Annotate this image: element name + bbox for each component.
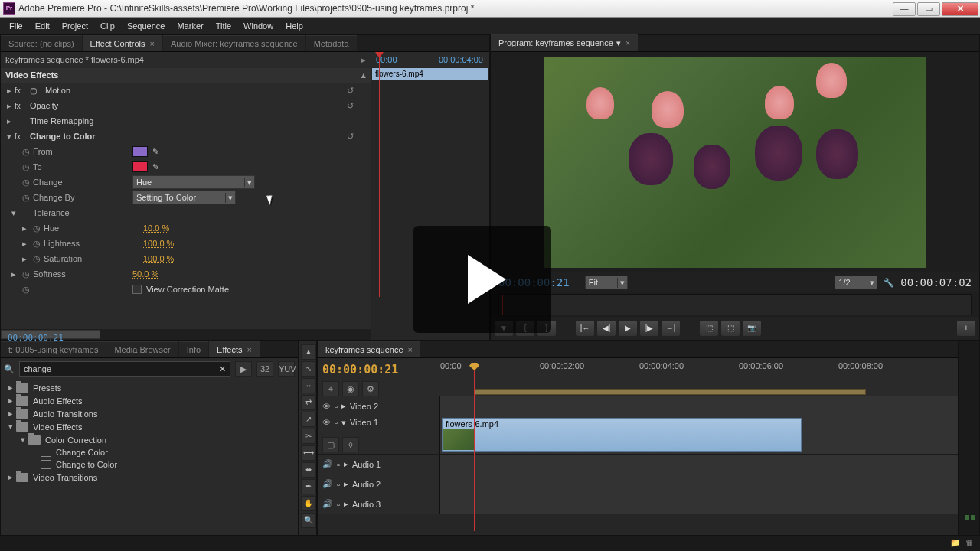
ripple-tool[interactable]: ↔: [301, 378, 316, 393]
step-back-button[interactable]: ◀|: [596, 320, 616, 337]
fx-opacity[interactable]: ▸fxOpacity↺: [1, 98, 371, 113]
yuv-button[interactable]: YUV: [278, 361, 295, 377]
speaker-icon[interactable]: 🔊: [322, 459, 333, 469]
twirl-icon[interactable]: ▸: [344, 459, 348, 469]
twirl-icon[interactable]: ▸: [4, 86, 15, 96]
speaker-icon[interactable]: 🔊: [322, 479, 333, 489]
lock-icon[interactable]: ▫: [337, 460, 340, 469]
collapse-icon[interactable]: ▴: [361, 70, 366, 80]
lock-icon[interactable]: ▫: [335, 402, 338, 411]
chevron-down-icon[interactable]: ▾: [616, 38, 621, 47]
slide-tool[interactable]: ⬌: [301, 462, 316, 478]
menu-marker[interactable]: Marker: [171, 19, 209, 33]
speaker-icon[interactable]: 🔊: [322, 499, 333, 509]
rolling-tool[interactable]: ⇄: [301, 395, 316, 410]
lift-button[interactable]: ⬚: [699, 320, 719, 337]
saturation-value[interactable]: 100.0 %: [143, 254, 174, 263]
32bit-button[interactable]: 32: [256, 361, 273, 377]
tree-change-to-color[interactable]: Change to Color: [5, 458, 293, 471]
export-frame-button[interactable]: 📷: [742, 320, 762, 337]
menu-file[interactable]: File: [3, 19, 29, 33]
fx-motion[interactable]: ▸fx▢Motion↺: [1, 83, 371, 98]
pen-tool[interactable]: ✒: [301, 479, 316, 494]
program-scrubber[interactable]: [498, 294, 972, 315]
stopwatch-icon[interactable]: ◷: [19, 178, 33, 187]
slip-tool[interactable]: ⟷: [301, 445, 316, 461]
eyedropper-icon[interactable]: ✎: [152, 162, 159, 172]
twirl-icon[interactable]: ▸: [4, 101, 15, 111]
close-button[interactable]: ✕: [942, 2, 978, 16]
mark-out-button[interactable]: {: [515, 320, 535, 337]
reset-icon[interactable]: ↺: [347, 132, 354, 142]
tab-info[interactable]: Info: [179, 341, 208, 357]
add-button[interactable]: +: [956, 320, 976, 337]
menu-edit[interactable]: Edit: [29, 19, 56, 33]
selection-tool[interactable]: ▲: [301, 344, 316, 360]
clear-search-icon[interactable]: ✕: [219, 364, 226, 374]
twirl-icon[interactable]: ▸: [8, 269, 19, 279]
tab-effect-controls[interactable]: Effect Controls×: [83, 35, 162, 51]
tab-project[interactable]: t: 0905-using keyframes: [1, 341, 106, 357]
twirl-icon[interactable]: ▸: [19, 223, 30, 233]
play-button[interactable]: ▶: [618, 320, 638, 337]
minimize-button[interactable]: —: [893, 2, 916, 16]
ec-timeline[interactable]: 00:0000:00:04:00 flowers-6.mp4: [371, 52, 489, 340]
twirl-icon[interactable]: ▸: [19, 239, 30, 249]
hue-value[interactable]: 10.0 %: [143, 223, 169, 233]
mark-clip-button[interactable]: }: [537, 320, 557, 337]
maximize-button[interactable]: ▭: [917, 2, 940, 16]
tree-presets[interactable]: ▸Presets: [5, 381, 293, 394]
lock-icon[interactable]: ▫: [337, 480, 340, 489]
snap-icon[interactable]: ⌖: [322, 381, 339, 396]
extract-button[interactable]: ⬚: [720, 320, 740, 337]
lock-icon[interactable]: ▫: [335, 418, 338, 427]
rate-stretch-tool[interactable]: ↗: [301, 412, 316, 427]
fx-change-to-color[interactable]: ▾fxChange to Color↺: [1, 129, 371, 144]
track-opt-icon[interactable]: ◊: [342, 437, 359, 452]
stopwatch-icon[interactable]: ◷: [30, 254, 44, 264]
trash-icon[interactable]: 🗑: [965, 538, 974, 548]
close-icon[interactable]: ×: [247, 345, 252, 354]
effects-search-input[interactable]: change✕: [19, 361, 230, 377]
timeline-clip[interactable]: flowers-6.mp4: [442, 418, 802, 452]
menu-help[interactable]: Help: [279, 19, 309, 33]
timeline-ruler[interactable]: 00:00 00:00:02:00 00:00:04:00 00:00:06:0…: [440, 358, 958, 396]
go-to-in-button[interactable]: |←: [575, 320, 595, 337]
tab-audio-mixer[interactable]: Audio Mixer: keyframes sequence: [163, 35, 305, 51]
twirl-icon[interactable]: ▸: [344, 479, 348, 489]
eye-icon[interactable]: 👁: [322, 402, 331, 411]
stopwatch-icon[interactable]: ◷: [30, 239, 44, 249]
tab-source[interactable]: Source: (no clips): [1, 35, 82, 51]
reset-icon[interactable]: ↺: [347, 86, 354, 96]
fx-time-remapping[interactable]: ▸ Time Remapping: [1, 113, 371, 129]
stopwatch-icon[interactable]: ◷: [19, 285, 33, 295]
stopwatch-icon[interactable]: ◷: [19, 193, 33, 203]
tree-audio-effects[interactable]: ▸Audio Effects: [5, 394, 293, 407]
menu-title[interactable]: Title: [210, 19, 237, 33]
track-select-tool[interactable]: ⤡: [301, 361, 316, 377]
mark-in-button[interactable]: ▼: [494, 320, 514, 337]
tab-metadata[interactable]: Metadata: [306, 35, 357, 51]
close-icon[interactable]: ×: [626, 38, 630, 47]
zoom-tool[interactable]: 🔍: [301, 513, 316, 528]
twirl-icon[interactable]: ▸: [341, 401, 346, 411]
tree-video-transitions[interactable]: ▸Video Transitions: [5, 471, 293, 484]
step-forward-button[interactable]: |▶: [639, 320, 659, 337]
twirl-open-icon[interactable]: ▾: [8, 208, 19, 218]
track-opt-icon[interactable]: ▢: [322, 437, 339, 452]
twirl-icon[interactable]: ▸: [4, 116, 15, 126]
twirl-icon[interactable]: ▸: [344, 499, 348, 509]
program-preview[interactable]: [544, 57, 926, 268]
stopwatch-icon[interactable]: ◷: [30, 223, 44, 233]
tree-video-effects[interactable]: ▾Video Effects: [5, 420, 293, 433]
twirl-open-icon[interactable]: ▾: [341, 418, 346, 428]
lock-icon[interactable]: ▫: [337, 500, 340, 509]
work-area-bar[interactable]: [474, 389, 866, 395]
menu-window[interactable]: Window: [237, 19, 279, 33]
tab-program[interactable]: Program: keyframes sequence▾×: [491, 34, 638, 51]
ec-playhead[interactable]: [379, 52, 380, 297]
stopwatch-icon[interactable]: ◷: [19, 269, 33, 279]
eye-icon[interactable]: 👁: [322, 418, 331, 427]
tab-effects[interactable]: Effects×: [209, 341, 260, 357]
lightness-value[interactable]: 100.0 %: [143, 239, 174, 248]
